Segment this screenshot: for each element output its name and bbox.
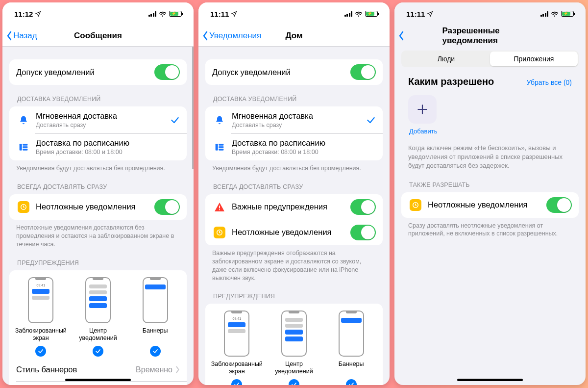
center-preview-icon: [85, 277, 111, 323]
home-indicator[interactable]: [457, 379, 523, 381]
page-title: Сообщения: [74, 31, 122, 41]
delivery-footer: Уведомления будут доставляться без проме…: [198, 160, 390, 173]
alert-lock-label: Заблокированный экран: [13, 327, 70, 342]
allow-notifications-row[interactable]: Допуск уведомлений: [9, 59, 187, 85]
banner-style-row[interactable]: Стиль баннеров Временно: [9, 359, 187, 381]
nav-header: Назад Сообщения: [2, 25, 194, 47]
allow-notifications-toggle[interactable]: [350, 64, 376, 80]
alert-banners-option[interactable]: Баннеры: [323, 310, 380, 385]
schedule-icon: [215, 142, 224, 152]
svg-rect-9: [219, 206, 220, 208]
immediate-delivery-row[interactable]: Мгновенная доставка Доставлять сразу: [9, 106, 187, 133]
cellular-icon: [148, 11, 157, 17]
segment-people[interactable]: Люди: [402, 52, 490, 66]
always-header: ВСЕГДА ДОСТАВЛЯТЬ СРАЗУ: [2, 183, 194, 194]
urgent-toggle[interactable]: [546, 197, 572, 213]
urgent-label: Неотложные уведомления: [232, 228, 350, 237]
allow-notifications-label: Допуск уведомлений: [16, 68, 154, 77]
remove-all-link[interactable]: Убрать все (0): [526, 78, 572, 86]
urgent-row[interactable]: Неотложные уведомления: [401, 192, 579, 218]
allowed-footer: Когда включен режим «Не беспокоить», выз…: [394, 135, 586, 171]
allow-notifications-row[interactable]: Допуск уведомлений: [205, 59, 383, 85]
sounds-row[interactable]: Звуки Нота: [9, 381, 187, 386]
delivery-header: ДОСТАВКА УВЕДОМЛЕНИЙ: [2, 96, 194, 106]
segmented-control[interactable]: Люди Приложения: [401, 51, 579, 67]
critical-toggle[interactable]: [350, 199, 376, 215]
screen-home: 11:11 ⚡ Уведомления Дом Допуск уведомлен…: [198, 2, 390, 385]
battery-icon: ⚡: [365, 11, 378, 17]
status-bar: 11:12 ⚡: [2, 2, 194, 25]
scrollbar[interactable]: [192, 47, 194, 169]
banner-style-label: Стиль баннеров: [16, 365, 136, 374]
cellular-icon: [344, 11, 353, 17]
svg-rect-5: [216, 144, 218, 150]
alert-lock-check: [35, 346, 46, 357]
location-icon: [35, 11, 41, 17]
svg-rect-8: [219, 149, 223, 150]
plus-icon: [416, 103, 429, 116]
home-indicator[interactable]: [65, 379, 131, 381]
lock-preview-icon: 09:41: [224, 310, 249, 357]
urgent-row[interactable]: Неотложные уведомления: [9, 194, 187, 220]
alert-center-check: [289, 379, 299, 385]
back-button[interactable]: [398, 31, 404, 41]
add-label[interactable]: Добавить: [409, 128, 437, 135]
add-button[interactable]: [408, 95, 437, 124]
screen-messages: 11:12 ⚡ Назад Сообщения Допуск уведомлен…: [2, 2, 194, 385]
wifi-icon: [355, 11, 363, 17]
immediate-delivery-row[interactable]: Мгновенная доставка Доставлять сразу: [205, 106, 383, 133]
wifi-icon: [159, 11, 167, 17]
alert-lock-option[interactable]: 09:41 Заблокированный экран: [209, 310, 266, 385]
svg-rect-6: [219, 144, 223, 145]
alert-banners-option[interactable]: Баннеры: [127, 277, 184, 357]
urgent-row[interactable]: Неотложные уведомления: [205, 220, 383, 245]
delivery-header: ДОСТАВКА УВЕДОМЛЕНИЙ: [198, 96, 390, 106]
allow-notifications-label: Допуск уведомлений: [212, 68, 350, 77]
alert-lock-option[interactable]: 09:41 Заблокированный экран: [13, 277, 70, 357]
urgent-toggle[interactable]: [350, 225, 376, 240]
location-icon: [231, 11, 237, 17]
urgent-label: Неотложные уведомления: [36, 202, 154, 211]
alert-center-check: [93, 346, 103, 357]
scheduled-sub: Время доставки: 08:00 и 18:00: [232, 149, 376, 155]
allowed-title: Каким разрешено: [408, 76, 494, 87]
urgent-footer: Неотложные уведомления доставляются без …: [2, 220, 194, 249]
also-allow-header: ТАКЖЕ РАЗРЕШАТЬ: [394, 181, 586, 192]
scheduled-delivery-row[interactable]: Доставка по расписанию Время доставки: 0…: [9, 133, 187, 160]
clock-icon: [410, 199, 421, 211]
delivery-footer: Уведомления будут доставляться без проме…: [2, 160, 194, 173]
alert-style-row: 09:41 Заблокированный экран Центр уведом…: [9, 270, 187, 359]
location-icon: [427, 11, 433, 17]
checkmark-icon: [170, 115, 180, 125]
scheduled-delivery-row[interactable]: Доставка по расписанию Время доставки: 0…: [205, 133, 383, 160]
svg-rect-1: [23, 144, 27, 145]
segment-apps[interactable]: Приложения: [490, 52, 578, 66]
critical-row[interactable]: Важные предупреждения: [205, 194, 383, 220]
svg-rect-7: [219, 146, 223, 148]
alert-banners-check: [150, 346, 161, 357]
alert-lock-label: Заблокированный экран: [209, 361, 266, 375]
back-button[interactable]: Уведомления: [202, 31, 261, 41]
bell-icon: [215, 115, 224, 126]
allow-notifications-toggle[interactable]: [154, 64, 180, 80]
page-title: Разрешенные уведомления: [442, 26, 538, 46]
immediate-title: Мгновенная доставка: [36, 111, 170, 121]
alert-center-option[interactable]: Центр уведомлений: [70, 277, 126, 357]
alert-center-label: Центр уведомлений: [266, 361, 322, 375]
scheduled-title: Доставка по расписанию: [36, 138, 180, 148]
wifi-icon: [551, 11, 559, 17]
alert-center-option[interactable]: Центр уведомлений: [266, 310, 322, 385]
always-header: ВСЕГДА ДОСТАВЛЯТЬ СРАЗУ: [198, 183, 390, 194]
clock-icon: [214, 227, 225, 238]
urgent-toggle[interactable]: [154, 199, 180, 215]
alert-lock-check: [231, 379, 242, 385]
cellular-icon: [540, 11, 549, 17]
banner-style-value: Временно: [136, 365, 172, 374]
back-button[interactable]: Назад: [6, 31, 37, 41]
urgent-label: Неотложные уведомления: [428, 200, 546, 209]
chevron-left-icon: [202, 31, 208, 41]
page-title: Дом: [285, 31, 302, 41]
status-bar: 11:11 ⚡: [394, 2, 586, 25]
alert-banners-label: Баннеры: [339, 361, 364, 375]
back-label: Уведомления: [209, 31, 261, 41]
